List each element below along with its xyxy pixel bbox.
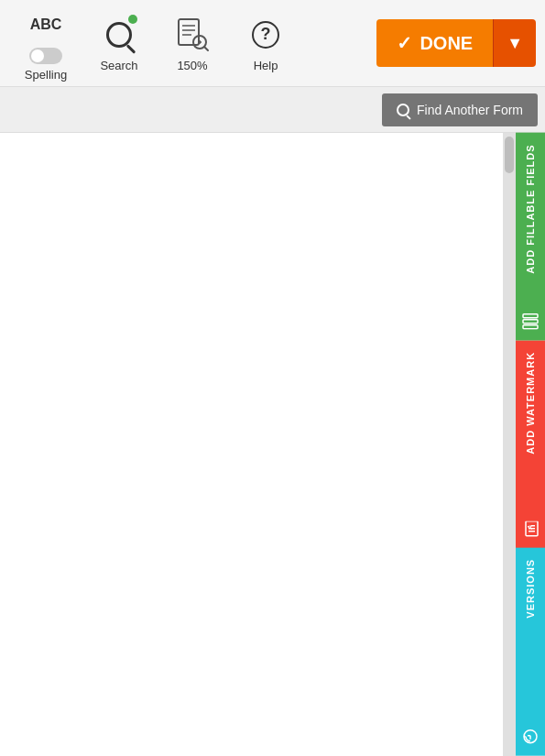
scrollbar-thumb[interactable] <box>505 137 514 173</box>
versions-panel[interactable]: VERSIONS <box>516 548 545 756</box>
search-button[interactable]: Search <box>82 7 156 80</box>
find-form-search-icon <box>397 104 409 116</box>
done-label: DONE <box>420 33 473 54</box>
dropdown-arrow-icon: ▼ <box>507 34 523 53</box>
find-another-form-button[interactable]: Find Another Form <box>382 93 538 126</box>
add-watermark-panel[interactable]: A ADD WATERMARK <box>516 341 545 549</box>
spelling-toggle[interactable] <box>29 48 62 64</box>
help-label: Help <box>254 59 278 72</box>
zoom-label: 150% <box>177 59 207 72</box>
side-panels: ADD FILLABLE FIELDS A ADD WATERMARK VER <box>516 133 545 756</box>
spelling-icon: ABC <box>26 5 66 45</box>
watermark-icon: A <box>522 520 539 537</box>
spelling-label: Spelling <box>25 68 67 82</box>
search-label: Search <box>100 59 137 72</box>
zoom-button[interactable]: 150% <box>156 7 229 80</box>
done-main-button[interactable]: ✓ DONE <box>376 19 493 67</box>
svg-rect-10 <box>523 314 538 318</box>
svg-rect-0 <box>179 19 199 45</box>
fillable-fields-label: ADD FILLABLE FIELDS <box>525 144 536 273</box>
help-button[interactable]: ? Help <box>229 7 302 80</box>
done-dropdown-button[interactable]: ▼ <box>493 19 536 67</box>
content-area: ADD FILLABLE FIELDS A ADD WATERMARK VER <box>0 133 545 756</box>
zoom-icon <box>172 15 213 55</box>
scrollbar[interactable] <box>503 133 516 756</box>
done-button-group: ✓ DONE ▼ <box>376 19 536 67</box>
versions-icon <box>522 729 539 745</box>
svg-text:A: A <box>527 523 533 530</box>
document-canvas <box>0 133 503 756</box>
search-icon <box>99 15 139 55</box>
versions-label: VERSIONS <box>525 559 536 619</box>
sub-bar: Find Another Form <box>0 87 545 133</box>
toolbar: ABC Spelling Search 150% <box>0 0 545 87</box>
help-icon: ? <box>245 15 286 55</box>
check-icon: ✓ <box>397 32 412 54</box>
spelling-button[interactable]: ABC Spelling <box>9 0 82 89</box>
add-fillable-fields-panel[interactable]: ADD FILLABLE FIELDS <box>516 133 545 341</box>
svg-line-7 <box>204 47 208 50</box>
watermark-label: ADD WATERMARK <box>525 352 536 455</box>
find-another-label: Find Another Form <box>417 103 523 117</box>
svg-rect-8 <box>523 325 538 329</box>
fillable-fields-icon <box>522 313 539 330</box>
svg-rect-9 <box>523 320 538 323</box>
green-dot-indicator <box>128 15 137 24</box>
